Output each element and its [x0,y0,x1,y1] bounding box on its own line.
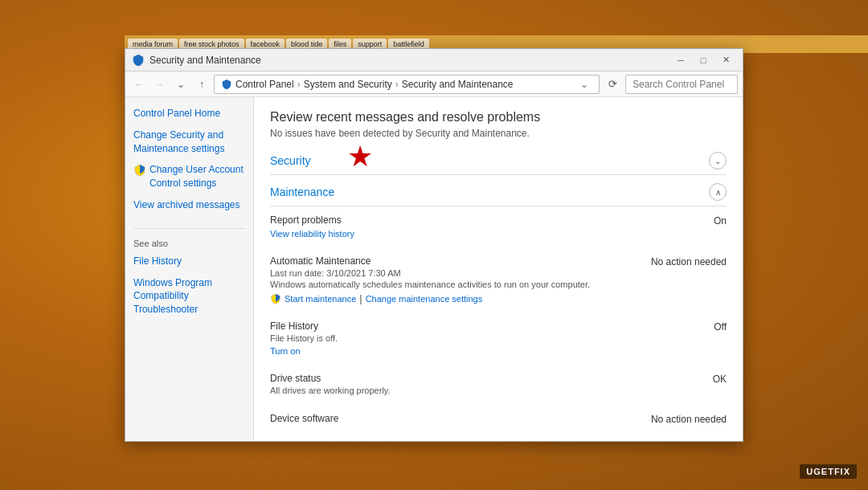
auto-maintenance-status: No action needed [646,255,727,267]
address-path[interactable]: Control Panel › System and Security › Se… [214,75,600,94]
sidebar-item-change-security[interactable]: Change Security and Maintenance settings [133,129,245,156]
maintenance-toggle-icon: ∧ [715,188,721,197]
path-system-security[interactable]: System and Security [304,79,392,90]
start-maintenance-shield-icon [270,293,281,304]
file-history-left: File History File History is off. Turn o… [270,321,646,357]
sidebar: Control Panel Home Change Security and M… [125,97,254,441]
up-button[interactable]: ↑ [193,76,211,93]
path-security-maintenance[interactable]: Security and Maintenance [402,79,514,90]
security-section-header[interactable]: Security ⌄ [270,152,727,175]
drive-status-status-text: OK [713,373,727,385]
view-reliability-link[interactable]: View reliability history [270,229,354,239]
path-icon [221,79,232,90]
sidebar-item-file-history[interactable]: File History [133,255,245,268]
titlebar: Security and Maintenance ─ □ ✕ [125,49,743,71]
auto-maintenance-left: Automatic Maintenance Last run date: 3/1… [270,255,646,304]
drive-status-label: Drive status [270,373,646,384]
refresh-button[interactable]: ⟳ [603,75,622,94]
device-software-status: No action needed [646,413,727,425]
file-history-row: File History File History is off. Turn o… [270,321,727,363]
auto-maintenance-status-text: No action needed [651,255,727,267]
sidebar-item-control-panel-home[interactable]: Control Panel Home [133,107,245,120]
security-toggle-icon: ⌄ [714,157,721,165]
sidebar-item-change-uac[interactable]: Change User Account Control settings [133,163,245,190]
auto-maintenance-detail2: Windows automatically schedules maintena… [270,280,640,289]
path-separator: › [395,79,399,90]
auto-maintenance-label: Automatic Maintenance [270,255,646,267]
minimize-button[interactable]: ─ [670,52,691,68]
path-control-panel[interactable]: Control Panel [235,79,294,90]
close-button[interactable]: ✕ [715,52,736,68]
file-history-detail: File History is off. [270,333,640,343]
report-problems-status-text: On [714,214,727,227]
maintenance-toggle-button[interactable]: ∧ [709,183,727,201]
report-problems-label: Report problems [270,214,646,226]
control-panel-window: Security and Maintenance ─ □ ✕ ← → ⌄ ↑ C… [125,48,743,442]
addressbar: ← → ⌄ ↑ Control Panel › System and Secur… [125,71,743,97]
maximize-button[interactable]: □ [693,52,714,68]
window-title: Security and Maintenance [149,55,261,66]
change-maintenance-link[interactable]: Change maintenance settings [366,294,483,304]
drive-status-detail: All drives are working properly. [270,386,640,395]
forward-button[interactable]: → [151,76,169,93]
security-toggle-button[interactable]: ⌄ [709,152,727,169]
search-input[interactable] [625,75,738,94]
device-software-row: Device software No action needed [270,413,727,432]
see-also-title: See also [133,239,245,248]
device-software-left: Device software [270,413,646,426]
device-software-status-text: No action needed [651,413,727,425]
maintenance-section-title: Maintenance [270,186,334,198]
back-button[interactable]: ← [130,76,148,93]
file-history-status-text: Off [714,321,727,333]
page-title: Review recent messages and resolve probl… [270,110,727,125]
maintenance-link-separator: | [359,292,362,304]
page-subtitle: No issues have been detected by Security… [270,128,727,139]
file-history-status: Off [646,321,727,333]
window-controls: ─ □ ✕ [670,52,736,68]
start-maintenance-link[interactable]: Start maintenance [285,294,356,304]
drive-status-status: OK [646,373,727,385]
maintenance-section-header[interactable]: Maintenance ∧ [270,183,727,206]
path-dropdown-button[interactable]: ⌄ [576,76,592,93]
down-button[interactable]: ⌄ [172,76,190,93]
report-problems-left: Report problems View reliability history [270,214,646,239]
main-panel: Review recent messages and resolve probl… [254,97,743,441]
sidebar-item-win-compatibility[interactable]: Windows Program Compatibility Troublesho… [133,276,245,316]
auto-maintenance-detail1: Last run date: 3/10/2021 7:30 AM [270,268,640,278]
content-area: Control Panel Home Change Security and M… [125,97,743,441]
device-software-label: Device software [270,413,646,424]
turn-on-file-history-link[interactable]: Turn on [270,346,301,356]
sidebar-item-view-archived[interactable]: View archived messages [133,198,245,212]
uac-shield-icon [133,164,146,177]
auto-maintenance-row: Automatic Maintenance Last run date: 3/1… [270,255,727,311]
report-problems-status: On [646,214,727,227]
drive-status-left: Drive status All drives are working prop… [270,373,646,397]
drive-status-row: Drive status All drives are working prop… [270,373,727,403]
report-problems-row: Report problems View reliability history… [270,214,727,246]
window-icon [132,54,145,67]
watermark: UGETFIX [800,464,857,479]
security-section-title: Security [270,154,311,167]
path-separator: › [297,79,301,90]
file-history-label: File History [270,321,646,332]
sidebar-see-also: See also File History Windows Program Co… [133,228,245,316]
